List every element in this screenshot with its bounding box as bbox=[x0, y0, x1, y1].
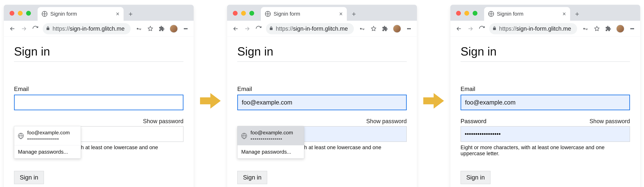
forward-button[interactable] bbox=[466, 25, 474, 33]
browser-window-1: Signin form × + https://sign-in-form.gli… bbox=[4, 5, 194, 187]
url-text: https://sign-in-form.glitch.me bbox=[276, 25, 348, 32]
reload-button[interactable] bbox=[478, 25, 486, 33]
url-text: https://sign-in-form.glitch.me bbox=[52, 25, 124, 32]
profile-avatar[interactable] bbox=[616, 25, 624, 33]
signin-button[interactable]: Sign in bbox=[460, 171, 490, 184]
toolbar: https://sign-in-form.glitch.me bbox=[4, 21, 194, 37]
show-password-toggle[interactable]: Show password bbox=[590, 118, 630, 125]
toolbar-icons bbox=[359, 25, 412, 33]
maximize-window-button[interactable] bbox=[473, 11, 478, 16]
browser-tab[interactable]: Signin form × bbox=[261, 7, 347, 21]
show-password-toggle[interactable]: Show password bbox=[143, 118, 184, 125]
forward-button[interactable] bbox=[20, 25, 28, 33]
autofill-dropdown: foo@example.com •••••••••••••••• Manage … bbox=[14, 126, 81, 159]
key-icon[interactable] bbox=[135, 25, 142, 32]
close-tab-button[interactable]: × bbox=[562, 11, 566, 17]
address-bar[interactable]: https://sign-in-form.glitch.me bbox=[489, 23, 577, 34]
tab-strip: Signin form × + bbox=[227, 5, 417, 21]
key-icon[interactable] bbox=[582, 25, 589, 32]
browser-tab[interactable]: Signin form × bbox=[484, 7, 570, 21]
close-window-button[interactable] bbox=[456, 11, 461, 16]
new-tab-button[interactable]: + bbox=[572, 9, 582, 19]
maximize-window-button[interactable] bbox=[26, 11, 31, 16]
autofill-password-dots: •••••••••••••••• bbox=[250, 136, 293, 142]
address-bar[interactable]: https://sign-in-form.glitch.me bbox=[43, 23, 130, 34]
browser-window-2: Signin form × + https://sign-in-form.gli… bbox=[227, 5, 417, 187]
close-window-button[interactable] bbox=[10, 11, 14, 16]
extensions-icon[interactable] bbox=[158, 25, 165, 32]
back-button[interactable] bbox=[232, 25, 240, 33]
minimize-window-button[interactable] bbox=[18, 11, 22, 16]
page-title: Sign in bbox=[237, 45, 407, 62]
reload-button[interactable] bbox=[31, 25, 40, 33]
back-button[interactable] bbox=[455, 25, 463, 33]
svg-point-2 bbox=[583, 28, 585, 30]
extensions-icon[interactable] bbox=[382, 25, 388, 32]
maximize-window-button[interactable] bbox=[250, 11, 254, 16]
extensions-icon[interactable] bbox=[605, 25, 612, 32]
page-content: Sign in Email Password Show password Eig… bbox=[450, 37, 640, 187]
window-controls bbox=[10, 11, 31, 16]
password-label: Password bbox=[460, 118, 486, 125]
profile-avatar[interactable] bbox=[170, 25, 178, 33]
tab-title: Signin form bbox=[497, 11, 524, 17]
forward-button[interactable] bbox=[243, 25, 251, 33]
lock-icon bbox=[269, 25, 274, 32]
new-tab-button[interactable]: + bbox=[126, 9, 135, 19]
autofill-suggestion[interactable]: foo@example.com •••••••••••••••• bbox=[14, 126, 81, 145]
email-field[interactable] bbox=[237, 95, 407, 110]
email-field[interactable] bbox=[14, 95, 184, 110]
star-icon[interactable] bbox=[593, 25, 600, 32]
tab-title: Signin form bbox=[50, 11, 77, 17]
lock-icon bbox=[492, 25, 497, 32]
svg-point-0 bbox=[137, 28, 138, 30]
autofill-email: foo@example.com bbox=[250, 130, 293, 136]
browser-window-3: Signin form × + https://sign-in-form.gli… bbox=[450, 5, 640, 187]
email-label: Email bbox=[460, 86, 630, 92]
key-icon[interactable] bbox=[359, 25, 366, 32]
reload-button[interactable] bbox=[254, 25, 263, 33]
minimize-window-button[interactable] bbox=[241, 11, 246, 16]
star-icon[interactable] bbox=[370, 25, 377, 32]
browser-tab[interactable]: Signin form × bbox=[38, 7, 124, 21]
arrow-icon bbox=[423, 91, 444, 110]
menu-button[interactable] bbox=[182, 25, 189, 32]
close-tab-button[interactable]: × bbox=[116, 11, 120, 17]
lock-icon bbox=[46, 25, 50, 32]
close-window-button[interactable] bbox=[233, 11, 238, 16]
arrow-icon bbox=[200, 91, 221, 110]
page-content: Sign in Email Show password Eight or mor… bbox=[227, 37, 417, 187]
window-controls bbox=[456, 11, 478, 16]
globe-icon bbox=[42, 11, 48, 17]
signin-button[interactable]: Sign in bbox=[14, 171, 44, 184]
page-title: Sign in bbox=[14, 45, 184, 62]
window-controls bbox=[233, 11, 254, 16]
back-button[interactable] bbox=[8, 25, 16, 33]
profile-avatar[interactable] bbox=[393, 25, 401, 33]
password-field[interactable] bbox=[460, 126, 630, 142]
toolbar-icons bbox=[582, 25, 636, 33]
email-field[interactable] bbox=[460, 95, 630, 110]
minimize-window-button[interactable] bbox=[464, 11, 469, 16]
globe-icon bbox=[488, 11, 494, 17]
url-text: https://sign-in-form.glitch.me bbox=[499, 25, 571, 32]
autofill-suggestion[interactable]: foo@example.com •••••••••••••••• bbox=[238, 126, 304, 145]
toolbar: https://sign-in-form.glitch.me bbox=[450, 21, 640, 37]
signin-button[interactable]: Sign in bbox=[237, 171, 267, 184]
menu-button[interactable] bbox=[406, 25, 412, 32]
new-tab-button[interactable]: + bbox=[349, 9, 359, 19]
address-bar[interactable]: https://sign-in-form.glitch.me bbox=[266, 23, 354, 34]
tab-strip: Signin form × + bbox=[450, 5, 640, 21]
autofill-email: foo@example.com bbox=[27, 130, 70, 136]
manage-passwords[interactable]: Manage passwords... bbox=[14, 145, 81, 158]
close-tab-button[interactable]: × bbox=[339, 11, 343, 17]
page-title: Sign in bbox=[460, 45, 630, 62]
manage-passwords[interactable]: Manage passwords... bbox=[238, 145, 304, 158]
menu-button[interactable] bbox=[629, 25, 636, 32]
toolbar: https://sign-in-form.glitch.me bbox=[227, 21, 417, 37]
toolbar-icons bbox=[135, 25, 189, 33]
tab-title: Signin form bbox=[274, 11, 300, 17]
page-content: Sign in Email Show password Eight or mor… bbox=[4, 37, 194, 187]
star-icon[interactable] bbox=[147, 25, 154, 32]
show-password-toggle[interactable]: Show password bbox=[366, 118, 407, 125]
